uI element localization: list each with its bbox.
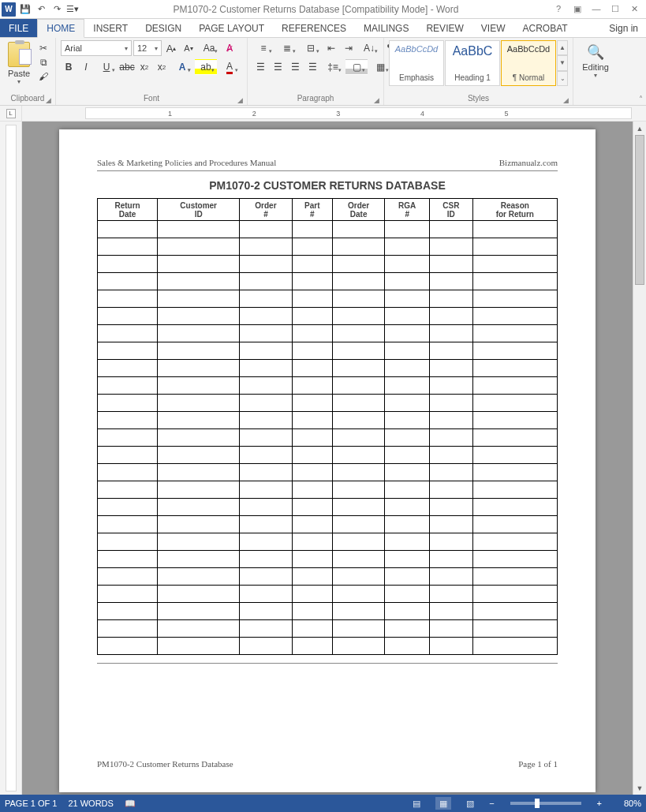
save-icon[interactable]: 💾 [19,3,32,16]
clear-formatting-icon[interactable]: A̷ [222,40,237,56]
italic-icon[interactable]: I [78,59,94,75]
table-cell[interactable] [385,395,430,412]
table-cell[interactable] [240,412,292,429]
justify-icon[interactable]: ☰ [304,59,320,75]
table-cell[interactable] [98,273,158,290]
table-cell[interactable] [98,238,158,256]
sign-in-link[interactable]: Sign in [601,19,646,37]
table-cell[interactable] [430,256,473,273]
table-cell[interactable] [158,325,240,342]
table-cell[interactable] [158,447,240,464]
table-cell[interactable] [430,342,473,360]
table-cell[interactable] [430,638,473,655]
strikethrough-icon[interactable]: abc [119,59,135,75]
table-cell[interactable] [332,638,384,655]
horizontal-ruler[interactable]: 12345 [85,107,632,119]
maximize-icon[interactable]: ☐ [610,4,621,14]
table-cell[interactable] [292,533,332,551]
table-cell[interactable] [240,603,292,620]
table-cell[interactable] [158,603,240,620]
align-center-icon[interactable]: ☰ [270,59,286,75]
table-cell[interactable] [240,533,292,551]
table-cell[interactable] [472,620,557,638]
table-cell[interactable] [240,620,292,638]
multilevel-list-icon[interactable]: ⊟ [300,40,322,56]
table-cell[interactable] [240,499,292,516]
table-cell[interactable] [158,638,240,655]
table-cell[interactable] [240,638,292,655]
table-cell[interactable] [430,516,473,533]
table-cell[interactable] [472,499,557,516]
cut-icon[interactable]: ✂ [36,42,50,54]
table-cell[interactable] [430,429,473,447]
paste-button[interactable]: Paste ▾ [5,40,33,85]
table-cell[interactable] [98,516,158,533]
numbering-icon[interactable]: ≣ [276,40,298,56]
tab-file[interactable]: FILE [0,19,37,37]
copy-icon[interactable]: ⧉ [36,56,50,69]
table-cell[interactable] [292,620,332,638]
table-cell[interactable] [158,412,240,429]
sort-icon[interactable]: A↓ [358,40,380,56]
table-cell[interactable] [385,238,430,256]
scroll-down-icon[interactable]: ▼ [633,781,646,795]
table-cell[interactable] [430,238,473,256]
table-cell[interactable] [472,586,557,603]
document-scroll[interactable]: Sales & Marketing Policies and Procedure… [22,122,633,795]
table-cell[interactable] [472,360,557,377]
table-cell[interactable] [98,533,158,551]
table-cell[interactable] [98,586,158,603]
table-cell[interactable] [292,256,332,273]
ribbon-display-icon[interactable]: ▣ [572,4,583,14]
table-cell[interactable] [98,429,158,447]
bullets-icon[interactable]: ≡ [252,40,274,56]
zoom-level[interactable]: 80% [613,799,641,808]
table-cell[interactable] [332,568,384,586]
web-layout-icon[interactable]: ▧ [462,797,478,810]
table-cell[interactable] [332,342,384,360]
tab-home[interactable]: HOME [37,19,84,38]
table-cell[interactable] [472,256,557,273]
style-emphasis[interactable]: AaBbCcDdEmphasis [389,40,444,86]
table-cell[interactable] [385,620,430,638]
table-cell[interactable] [158,221,240,238]
table-cell[interactable] [292,325,332,342]
table-cell[interactable] [430,533,473,551]
table-cell[interactable] [385,342,430,360]
font-size-combo[interactable]: 12▾ [133,40,162,56]
table-cell[interactable] [98,568,158,586]
table-cell[interactable] [158,568,240,586]
table-cell[interactable] [292,499,332,516]
table-cell[interactable] [430,395,473,412]
tab-review[interactable]: REVIEW [417,19,472,37]
table-cell[interactable] [332,308,384,325]
table-cell[interactable] [385,551,430,568]
table-cell[interactable] [292,221,332,238]
table-cell[interactable] [158,586,240,603]
table-cell[interactable] [430,464,473,481]
table-cell[interactable] [385,516,430,533]
table-cell[interactable] [292,429,332,447]
table-cell[interactable] [332,447,384,464]
table-cell[interactable] [292,377,332,395]
table-cell[interactable] [292,238,332,256]
table-cell[interactable] [98,308,158,325]
zoom-out-icon[interactable]: − [489,799,494,808]
table-cell[interactable] [292,568,332,586]
table-cell[interactable] [385,464,430,481]
table-cell[interactable] [98,464,158,481]
table-cell[interactable] [158,499,240,516]
print-layout-icon[interactable]: ▦ [435,797,451,810]
table-cell[interactable] [332,551,384,568]
table-cell[interactable] [430,603,473,620]
table-cell[interactable] [98,620,158,638]
table-cell[interactable] [292,273,332,290]
table-cell[interactable] [158,551,240,568]
align-right-icon[interactable]: ☰ [287,59,303,75]
table-cell[interactable] [158,377,240,395]
highlight-icon[interactable]: ab [195,59,217,75]
table-cell[interactable] [240,516,292,533]
table-cell[interactable] [385,499,430,516]
table-cell[interactable] [292,360,332,377]
table-cell[interactable] [292,412,332,429]
